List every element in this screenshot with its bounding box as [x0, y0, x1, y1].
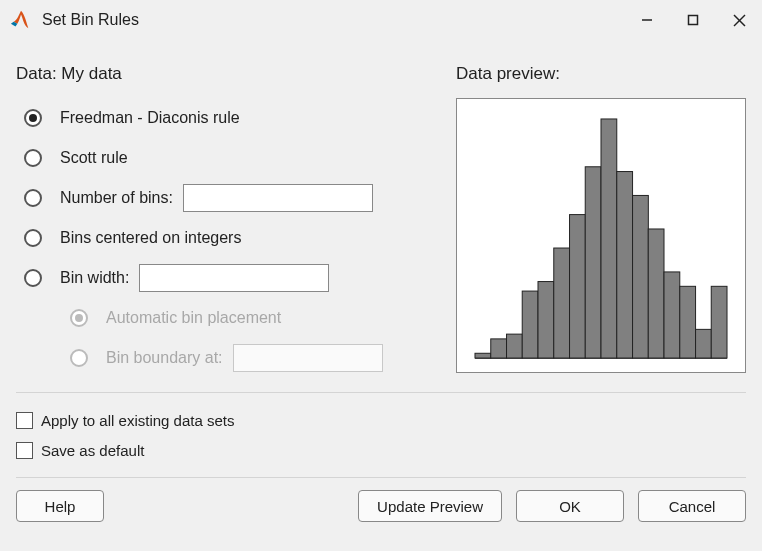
- svg-rect-19: [696, 329, 712, 358]
- option-label: Freedman - Diaconis rule: [60, 109, 240, 127]
- checkbox-section: Apply to all existing data sets Save as …: [16, 392, 746, 478]
- radio-icon: [24, 269, 42, 287]
- svg-rect-5: [475, 353, 491, 358]
- option-bin-boundary: Bin boundary at:: [70, 338, 432, 378]
- option-auto-placement: Automatic bin placement: [70, 298, 432, 338]
- svg-rect-16: [648, 229, 664, 358]
- help-button[interactable]: Help: [16, 490, 104, 522]
- radio-icon: [24, 229, 42, 247]
- radio-icon: [70, 309, 88, 327]
- checkbox-icon: [16, 442, 33, 459]
- option-label: Scott rule: [60, 149, 128, 167]
- option-bin-width[interactable]: Bin width:: [24, 258, 432, 298]
- svg-rect-9: [538, 282, 554, 358]
- data-label: Data: My data: [16, 64, 432, 84]
- svg-rect-10: [554, 248, 570, 358]
- svg-rect-14: [617, 172, 633, 358]
- checkbox-icon: [16, 412, 33, 429]
- option-scott[interactable]: Scott rule: [24, 138, 432, 178]
- svg-rect-12: [585, 167, 601, 358]
- checkbox-label: Save as default: [41, 442, 144, 459]
- option-number-of-bins[interactable]: Number of bins:: [24, 178, 432, 218]
- preview-box: [456, 98, 746, 373]
- svg-rect-17: [664, 272, 680, 358]
- option-label: Bin width:: [60, 269, 129, 287]
- option-label: Bin boundary at:: [106, 349, 223, 367]
- save-default-checkbox[interactable]: Save as default: [16, 435, 746, 465]
- svg-rect-15: [633, 195, 649, 358]
- preview-label: Data preview:: [456, 64, 746, 84]
- radio-icon: [24, 189, 42, 207]
- dialog-footer: Help Update Preview OK Cancel: [0, 478, 762, 536]
- svg-rect-11: [570, 215, 586, 358]
- radio-icon: [24, 109, 42, 127]
- svg-rect-7: [507, 334, 523, 358]
- option-label: Automatic bin placement: [106, 309, 281, 327]
- rules-panel: Data: My data Freedman - Diaconis rule S…: [16, 54, 432, 378]
- svg-rect-6: [491, 339, 507, 358]
- bin-boundary-input: [233, 344, 383, 372]
- minimize-button[interactable]: [624, 0, 670, 40]
- update-preview-button[interactable]: Update Preview: [358, 490, 502, 522]
- svg-rect-8: [522, 291, 538, 358]
- matlab-logo-icon: [10, 9, 32, 31]
- svg-rect-20: [711, 286, 727, 358]
- maximize-button[interactable]: [670, 0, 716, 40]
- svg-rect-18: [680, 286, 696, 358]
- apply-all-checkbox[interactable]: Apply to all existing data sets: [16, 405, 746, 435]
- checkbox-label: Apply to all existing data sets: [41, 412, 234, 429]
- option-label: Number of bins:: [60, 189, 173, 207]
- bin-width-input[interactable]: [139, 264, 329, 292]
- titlebar: Set Bin Rules: [0, 0, 762, 40]
- preview-panel: Data preview:: [456, 54, 746, 378]
- cancel-button[interactable]: Cancel: [638, 490, 746, 522]
- close-button[interactable]: [716, 0, 762, 40]
- option-label: Bins centered on integers: [60, 229, 241, 247]
- option-centered-integers[interactable]: Bins centered on integers: [24, 218, 432, 258]
- svg-rect-1: [689, 16, 698, 25]
- option-freedman[interactable]: Freedman - Diaconis rule: [24, 98, 432, 138]
- radio-icon: [24, 149, 42, 167]
- radio-icon: [70, 349, 88, 367]
- ok-button[interactable]: OK: [516, 490, 624, 522]
- number-of-bins-input[interactable]: [183, 184, 373, 212]
- svg-rect-13: [601, 119, 617, 358]
- window-title: Set Bin Rules: [42, 11, 624, 29]
- histogram-chart: [473, 115, 729, 362]
